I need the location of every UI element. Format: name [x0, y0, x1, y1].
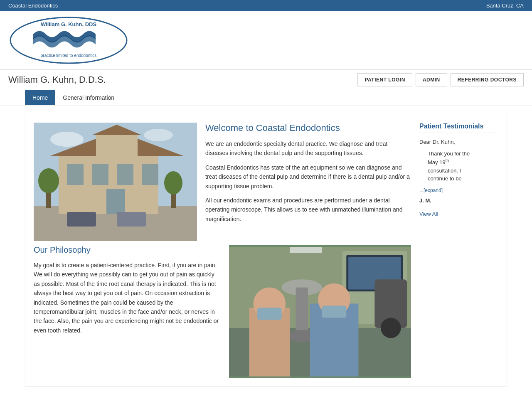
- testimonial-line3: consultation. I: [428, 167, 461, 174]
- svg-text:William G. Kuhn, DDS: William G. Kuhn, DDS: [41, 21, 97, 27]
- svg-rect-9: [67, 164, 84, 185]
- svg-rect-13: [106, 189, 125, 214]
- philosophy-text: My goal is to create a patient-centered …: [34, 261, 221, 335]
- philosophy-title: Our Philosophy: [34, 245, 221, 255]
- svg-rect-10: [92, 164, 108, 185]
- menu-bar: Home General Information: [0, 90, 532, 106]
- svg-point-17: [164, 171, 182, 195]
- svg-rect-11: [117, 164, 133, 185]
- svg-rect-19: [117, 212, 146, 227]
- welcome-para1: We are an endodontic specialty dental pr…: [205, 139, 411, 158]
- testimonial-author: J. M.: [419, 197, 498, 205]
- svg-text:practice limited to endodontic: practice limited to endodontics: [41, 53, 97, 58]
- svg-rect-7: [96, 135, 138, 160]
- philosophy-section: Our Philosophy My goal is to create a pa…: [34, 245, 411, 378]
- location-label: Santa Cruz, CA: [486, 2, 524, 9]
- testimonial-line1: Thank you for the: [428, 150, 470, 157]
- testimonial-date: May 19th: [428, 159, 449, 165]
- patient-login-button[interactable]: PATIENT LOGIN: [357, 73, 412, 86]
- top-bar: Coastal Endodontics Santa Cruz, CA: [0, 0, 532, 11]
- svg-point-20: [50, 132, 84, 147]
- content-inner: Welcome to Coastal Endodontics We are an…: [25, 114, 507, 387]
- svg-rect-32: [257, 308, 281, 320]
- welcome-title: Welcome to Coastal Endodontics: [205, 123, 411, 133]
- site-name-topbar: Coastal Endodontics: [8, 2, 58, 9]
- building-image: [34, 123, 197, 241]
- nav-bar: William G. Kuhn, D.D.S. PATIENT LOGIN AD…: [0, 69, 532, 90]
- dentist-image: [229, 245, 411, 378]
- svg-rect-18: [67, 212, 96, 227]
- svg-rect-12: [142, 164, 158, 185]
- welcome-para3: All our endodontic exams and procedures …: [205, 196, 411, 224]
- testimonial-content: Dear Dr. Kuhn, Thank you for the May 19t…: [419, 138, 498, 218]
- expand-link[interactable]: ...[expand]: [419, 187, 443, 193]
- nav-left: William G. Kuhn, D.D.S.: [8, 70, 106, 89]
- svg-point-21: [144, 129, 173, 141]
- testimonial-greeting: Dear Dr. Kuhn,: [419, 138, 498, 146]
- header: William G. Kuhn, DDS practice limited to…: [0, 11, 532, 69]
- menu-item-general-info[interactable]: General Information: [55, 90, 122, 105]
- site-title: William G. Kuhn, D.D.S.: [8, 70, 106, 89]
- nav-buttons: PATIENT LOGIN ADMIN REFERRING DOCTORS: [357, 70, 524, 90]
- svg-point-15: [38, 168, 59, 193]
- svg-rect-28: [296, 288, 308, 336]
- logo-icon: William G. Kuhn, DDS practice limited to…: [8, 15, 129, 65]
- referring-doctors-button[interactable]: REFERRING DOCTORS: [451, 73, 524, 86]
- sidebar: Patient Testimonials Dear Dr. Kuhn, Than…: [419, 123, 498, 378]
- content-wrapper: Welcome to Coastal Endodontics We are an…: [0, 106, 532, 395]
- menu-item-home[interactable]: Home: [25, 90, 55, 105]
- svg-rect-35: [322, 305, 346, 318]
- admin-button[interactable]: ADMIN: [416, 73, 447, 86]
- welcome-para2: Coastal Endodontics has state of the art…: [205, 163, 411, 191]
- testimonial-body: Thank you for the May 19th consultation.…: [428, 150, 498, 183]
- logo-container: William G. Kuhn, DDS practice limited to…: [8, 15, 524, 65]
- testimonials-title: Patient Testimonials: [419, 123, 498, 133]
- testimonial-line4: continue to be: [428, 175, 462, 182]
- welcome-section: Welcome to Coastal Endodontics We are an…: [205, 123, 411, 229]
- svg-point-37: [381, 318, 401, 338]
- main-content: Welcome to Coastal Endodontics We are an…: [34, 123, 411, 378]
- philosophy-left: Our Philosophy My goal is to create a pa…: [34, 245, 221, 378]
- svg-rect-38: [290, 247, 322, 253]
- view-all-link[interactable]: View All: [419, 210, 498, 218]
